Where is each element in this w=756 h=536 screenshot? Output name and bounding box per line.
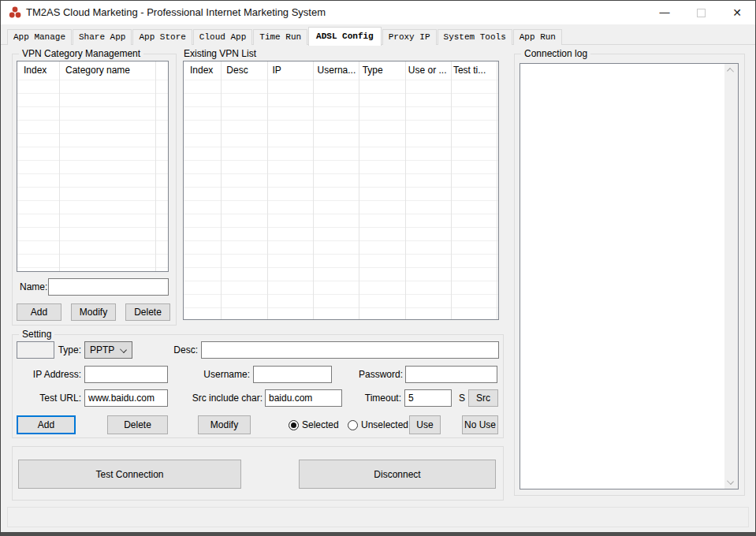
category-add-button[interactable]: Add (17, 303, 61, 321)
connection-log-title: Connection log (521, 48, 590, 59)
column-separator (221, 61, 222, 319)
title-bar: TM2AS Cloud Marketing - Professional Int… (1, 1, 755, 24)
scroll-up-button[interactable] (724, 64, 738, 77)
tab-cloud-app[interactable]: Cloud App (193, 29, 252, 45)
tab-list: App Manage Share App App Store Cloud App… (7, 27, 563, 45)
name-label: Name: (20, 278, 47, 296)
desc-label: Desc: (158, 341, 198, 359)
src-include-label: Src include char: (192, 389, 263, 407)
close-button[interactable]: ✕ (719, 1, 755, 24)
tab-system-tools[interactable]: System Tools (438, 29, 512, 45)
vpn-list[interactable]: Index Desc IP Userna... Type Use or ... … (183, 61, 499, 320)
vpn-category-list-rows[interactable] (17, 80, 168, 271)
desc-input[interactable] (201, 341, 499, 359)
unselected-radio-label: Unselected (361, 419, 408, 430)
column-header-category-name[interactable]: Category name (59, 61, 155, 80)
password-label: Password: (348, 366, 403, 383)
tab-app-run[interactable]: App Run (513, 29, 562, 45)
vpn-modify-button[interactable]: Modify (198, 415, 251, 434)
column-header-use-or[interactable]: Use or ... (402, 61, 447, 80)
type-select[interactable]: PPTP (84, 341, 132, 359)
timeout-input[interactable] (404, 389, 452, 407)
column-header-index[interactable]: Index (184, 61, 220, 80)
connection-log-textarea[interactable] (520, 63, 739, 489)
chevron-up-icon (727, 68, 734, 75)
radio-icon (289, 420, 299, 430)
ip-address-label: IP Address: (26, 366, 81, 383)
chevron-down-icon (120, 346, 127, 353)
selected-radio[interactable]: Selected (289, 415, 339, 434)
column-separator (267, 61, 268, 319)
column-header-type[interactable]: Type (356, 61, 402, 80)
password-input[interactable] (405, 366, 497, 383)
status-bar (7, 507, 749, 527)
window-title: TM2AS Cloud Marketing - Professional Int… (26, 6, 326, 18)
tab-adsl-config[interactable]: ADSL Config (308, 27, 382, 46)
username-label: Username: (195, 366, 250, 383)
no-use-button[interactable]: No Use (462, 415, 498, 434)
src-button[interactable]: Src (468, 389, 498, 407)
vpn-category-group-title: VPN Category Management (19, 48, 143, 59)
column-separator (359, 61, 359, 319)
tab-proxy-ip[interactable]: Proxy IP (382, 29, 437, 45)
log-scrollbar[interactable] (724, 64, 738, 489)
vpn-category-list-header: Index Category name (17, 61, 168, 80)
column-header-index[interactable]: Index (17, 61, 59, 80)
column-separator (155, 61, 156, 271)
column-separator (405, 61, 406, 319)
minimize-button[interactable]: — (646, 1, 683, 24)
seconds-label: S (459, 389, 465, 407)
use-button[interactable]: Use (409, 415, 441, 434)
radio-icon (348, 420, 358, 430)
vpn-index-box (17, 341, 54, 359)
category-name-input[interactable] (48, 278, 169, 296)
vpn-list-title: Existing VPN List (184, 48, 256, 59)
category-delete-button[interactable]: Delete (125, 303, 170, 321)
type-select-value: PPTP (90, 344, 114, 355)
category-modify-button[interactable]: Modify (71, 303, 116, 321)
test-url-label: Test URL: (26, 389, 81, 407)
username-input[interactable] (253, 366, 332, 383)
ip-address-input[interactable] (84, 366, 168, 383)
tab-app-manage[interactable]: App Manage (7, 29, 72, 45)
column-separator (451, 61, 452, 319)
maximize-icon (697, 9, 706, 17)
column-header-desc[interactable]: Desc (220, 61, 266, 80)
tab-time-run[interactable]: Time Run (253, 29, 307, 45)
app-window: TM2AS Cloud Marketing - Professional Int… (0, 0, 756, 536)
vpn-category-list[interactable]: Index Category name (17, 61, 169, 272)
selected-radio-label: Selected (302, 419, 339, 430)
chevron-down-icon (727, 478, 734, 485)
column-header-ip[interactable]: IP (266, 61, 311, 80)
column-separator (313, 61, 314, 319)
setting-group-title: Setting (19, 329, 54, 340)
disconnect-button[interactable]: Disconnect (299, 460, 496, 489)
unselected-radio[interactable]: Unselected (348, 415, 408, 434)
scroll-down-button[interactable] (724, 475, 738, 489)
type-label: Type: (50, 341, 81, 359)
test-url-input[interactable] (84, 389, 168, 407)
column-header-test-time[interactable]: Test ti... (447, 61, 492, 80)
timeout-label: Timeout: (354, 389, 401, 407)
app-logo-icon (9, 6, 22, 19)
column-header-username[interactable]: Userna... (311, 61, 356, 80)
maximize-button[interactable] (683, 1, 719, 24)
column-separator (497, 61, 497, 319)
tab-strip: App Manage Share App App Store Cloud App… (1, 26, 755, 45)
src-include-input[interactable] (265, 389, 342, 407)
tab-app-store[interactable]: App Store (132, 29, 192, 45)
column-separator (59, 61, 60, 271)
vpn-delete-button[interactable]: Delete (107, 415, 168, 434)
tab-share-app[interactable]: Share App (73, 29, 132, 45)
test-connection-button[interactable]: Test Connection (18, 460, 241, 489)
vpn-add-button[interactable]: Add (17, 415, 76, 434)
column-header-filler (155, 61, 168, 80)
